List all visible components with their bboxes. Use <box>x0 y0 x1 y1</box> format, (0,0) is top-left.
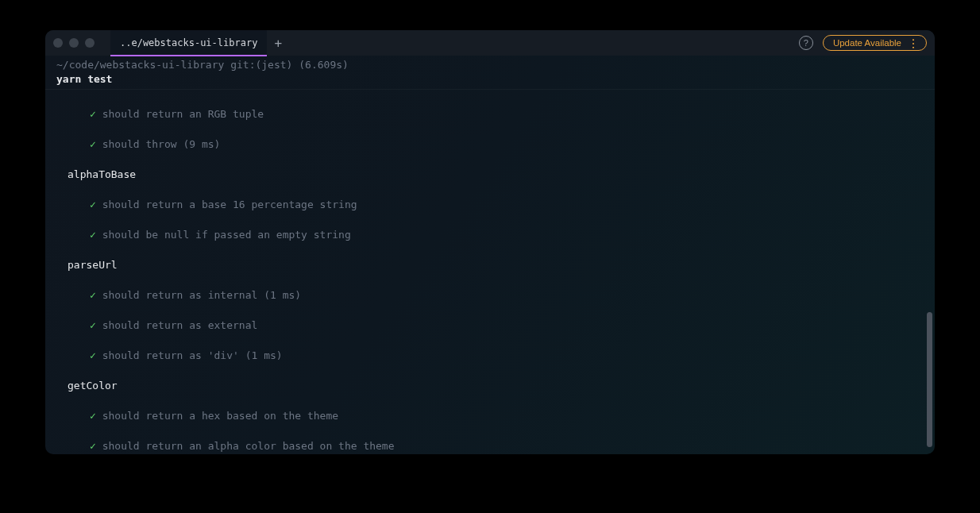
check-icon: ✓ <box>90 349 96 361</box>
test-line: should return a base 16 percentage strin… <box>102 199 357 210</box>
git-branch: jest <box>261 59 286 71</box>
check-icon: ✓ <box>90 138 96 150</box>
new-tab-button[interactable]: + <box>267 32 289 54</box>
prompt-path: ~/code/webstacks-ui-library <box>56 59 224 71</box>
tab-bar: ..e/webstacks-ui-library + ? Update Avai… <box>45 30 935 56</box>
test-line: should return as internal (1 ms) <box>102 289 301 301</box>
test-line: should throw (9 ms) <box>102 138 221 150</box>
tab-title: ..e/webstacks-ui-library <box>120 37 257 48</box>
check-icon: ✓ <box>90 319 96 331</box>
check-icon: ✓ <box>90 289 96 301</box>
check-icon: ✓ <box>90 199 96 210</box>
command-header: ~/code/webstacks-ui-library git:(jest) (… <box>45 56 935 90</box>
test-line: should be null if passed an empty string <box>102 229 351 241</box>
test-group: alphaToBase <box>68 168 136 180</box>
check-icon: ✓ <box>90 229 96 241</box>
check-icon: ✓ <box>90 410 96 422</box>
command-text: yarn test <box>56 72 924 87</box>
help-icon[interactable]: ? <box>799 36 813 50</box>
git-prefix: git:( <box>230 59 261 71</box>
terminal-output: ✓ should return an RGB tuple ✓ should th… <box>45 90 935 454</box>
update-available-button[interactable]: Update Available ⋯ <box>823 35 927 51</box>
git-suffix: ) <box>287 59 293 71</box>
scrollbar-thumb[interactable] <box>927 312 932 447</box>
test-group: getColor <box>68 380 118 392</box>
terminal-tab[interactable]: ..e/webstacks-ui-library <box>110 30 267 56</box>
update-label: Update Available <box>833 38 901 48</box>
test-line: should return a hex based on the theme <box>102 410 338 422</box>
test-line: should return an alpha color based on th… <box>102 440 395 452</box>
check-icon: ✓ <box>90 108 96 120</box>
timing: (6.609s) <box>299 59 349 71</box>
minimize-window-icon[interactable] <box>69 38 79 48</box>
test-line: should return an RGB tuple <box>102 108 264 120</box>
close-window-icon[interactable] <box>53 38 63 48</box>
window-controls <box>53 38 95 48</box>
zoom-window-icon[interactable] <box>85 38 95 48</box>
test-line: should return as 'div' (1 ms) <box>102 349 283 361</box>
test-line: should return as external <box>102 319 258 331</box>
terminal-window: ..e/webstacks-ui-library + ? Update Avai… <box>45 30 935 454</box>
check-icon: ✓ <box>90 440 96 452</box>
plus-icon: + <box>275 36 283 51</box>
terminal-viewport[interactable]: ✓ should return an RGB tuple ✓ should th… <box>45 90 935 454</box>
test-group: parseUrl <box>68 259 118 271</box>
